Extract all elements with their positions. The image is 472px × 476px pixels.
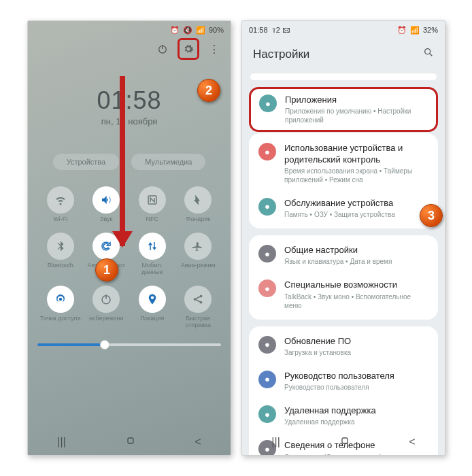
tutorial-stage: ⏰ 🔇 📶 90% ⋮ 01:58 пн, 15 ноября Устройст…	[0, 0, 472, 476]
quick-tiles: Wi-FiЗвукNFCФонарикBluetoothАвто поворот…	[28, 186, 231, 328]
location-icon	[139, 286, 166, 313]
tile-label: Локация	[140, 316, 164, 322]
row-icon: ●	[258, 245, 276, 262]
battery-text: 90%	[209, 26, 224, 34]
settings-header: Настройки	[242, 39, 445, 69]
tile-power[interactable]: нсбережени	[84, 286, 130, 329]
nav-back[interactable]: <	[409, 436, 415, 448]
tile-bt[interactable]: Bluetooth	[37, 233, 84, 276]
tab-devices[interactable]: Устройства	[53, 154, 120, 170]
tile-label: Точка доступа	[40, 316, 80, 322]
plane-icon	[184, 233, 212, 260]
search-handle[interactable]	[250, 73, 437, 80]
row-icon: ●	[258, 371, 276, 388]
tile-label: Wi-Fi	[53, 216, 67, 223]
slider-thumb[interactable]	[100, 340, 109, 350]
row-subtitle: Память • ОЗУ • Защита устройства	[284, 210, 428, 219]
clock-date: пн, 15 ноября	[28, 116, 231, 126]
row-icon: ●	[259, 95, 277, 112]
search-icon[interactable]	[423, 47, 434, 61]
status-bar: 01:58 т2 🖂 ⏰ 📶 32%	[242, 21, 445, 39]
brightness-slider[interactable]	[37, 343, 221, 346]
status-icons: ⏰ 📶 32%	[397, 26, 438, 35]
tile-label: Звук	[100, 216, 112, 223]
tile-data[interactable]: Мобил. данные	[129, 233, 175, 276]
tile-hotspot[interactable]: Точка доступа	[37, 286, 84, 329]
tile-plane[interactable]: Авиа-режим	[175, 233, 222, 276]
status-left: 01:58 т2 🖂	[249, 26, 290, 34]
settings-row[interactable]: ●Использование устройства и родительский…	[249, 136, 438, 191]
tile-nfc[interactable]: NFC	[129, 186, 175, 223]
bt-icon	[47, 233, 74, 260]
nav-home[interactable]	[125, 435, 136, 449]
row-subtitle: Удаленная поддержка	[284, 418, 428, 426]
settings-row[interactable]: ●Удаленная поддержкаУдаленная поддержка	[249, 398, 438, 433]
svg-point-10	[425, 49, 431, 54]
row-title: Приложения	[285, 95, 428, 105]
nav-bar: ||| <	[242, 429, 445, 455]
svg-line-11	[430, 54, 432, 56]
alarm-icon: ⏰	[170, 26, 180, 35]
callout-1: 1	[95, 258, 118, 282]
tile-label: NFC	[146, 216, 159, 223]
row-title: Обновление ПО	[284, 336, 428, 347]
row-title: Руководство пользователя	[284, 371, 428, 381]
row-subtitle: Загрузка и установка	[284, 348, 428, 357]
sound-icon	[92, 186, 120, 214]
nav-recent[interactable]: |||	[57, 436, 65, 448]
data-icon	[139, 233, 166, 260]
row-icon: ●	[258, 279, 276, 297]
flash-icon	[184, 186, 212, 214]
svg-rect-9	[128, 438, 133, 443]
row-title: Использование устройства и родительский …	[284, 143, 428, 165]
settings-card: ●Использование устройства и родительский…	[249, 133, 438, 228]
tile-flash[interactable]: Фонарик	[175, 186, 222, 223]
status-bar: ⏰ 🔇 📶 90%	[28, 21, 231, 39]
settings-row[interactable]: ●Руководство пользователяРуководство пол…	[249, 364, 438, 398]
nav-back[interactable]: <	[195, 436, 201, 448]
row-title: Удаленная поддержка	[284, 405, 428, 416]
share-icon	[184, 286, 212, 313]
nav-home[interactable]	[339, 435, 350, 449]
row-subtitle: Руководство пользователя	[284, 383, 428, 392]
gear-icon[interactable]	[182, 42, 195, 56]
notif-icon: 🖂	[282, 26, 290, 34]
panel-tabs: Устройства Мультимедиа	[28, 154, 231, 170]
phone-settings: 01:58 т2 🖂 ⏰ 📶 32% Настройки ●Приложения…	[241, 20, 445, 456]
tile-location[interactable]: Локация	[129, 286, 175, 329]
row-title: Общие настройки	[284, 245, 428, 256]
wifi-icon: 📶	[196, 26, 205, 35]
row-icon: ●	[258, 405, 276, 423]
row-title: Специальные возможности	[284, 279, 428, 290]
row-subtitle: TalkBack • Звук моно • Вспомогательное м…	[284, 292, 428, 310]
settings-title: Настройки	[253, 48, 309, 61]
svg-rect-12	[342, 438, 348, 443]
row-title: Обслуживание устройства	[284, 198, 428, 209]
row-subtitle: Время использования экрана • Таймеры при…	[284, 167, 428, 184]
more-icon[interactable]: ⋮	[207, 42, 221, 56]
tile-label: Мобил. данные	[132, 262, 173, 276]
tile-label: Быстрая отправка	[178, 316, 218, 329]
nav-recent[interactable]: |||	[271, 436, 280, 448]
settings-row[interactable]: ●Общие настройкиЯзык и клавиатура • Дата…	[249, 238, 438, 273]
tab-media[interactable]: Мультимедиа	[131, 154, 205, 170]
tile-label: Авиа-режим	[181, 262, 216, 269]
power-icon[interactable]	[156, 42, 169, 56]
settings-row[interactable]: ●Обслуживание устройстваПамять • ОЗУ • З…	[249, 191, 438, 226]
settings-row[interactable]: ●ПриложенияПриложения по умолчанию • Нас…	[249, 87, 438, 132]
alarm-icon: ⏰	[397, 26, 407, 35]
callout-3: 3	[420, 204, 443, 227]
tile-label: нсбережени	[89, 316, 123, 322]
settings-button-highlight	[178, 38, 199, 60]
quick-panel-actions: ⋮	[28, 39, 231, 59]
row-icon: ●	[258, 336, 276, 354]
tile-label: Фонарик	[186, 216, 210, 223]
settings-row[interactable]: ●Обновление ПОЗагрузка и установка	[249, 329, 438, 364]
tile-share[interactable]: Быстрая отправка	[175, 286, 222, 329]
power-icon	[92, 286, 120, 313]
row-icon: ●	[258, 198, 276, 216]
tile-wifi[interactable]: Wi-Fi	[37, 186, 84, 223]
settings-row[interactable]: ●Специальные возможностиTalkBack • Звук …	[249, 273, 438, 316]
nav-bar: ||| <	[28, 429, 231, 455]
wifi-icon	[47, 186, 74, 214]
